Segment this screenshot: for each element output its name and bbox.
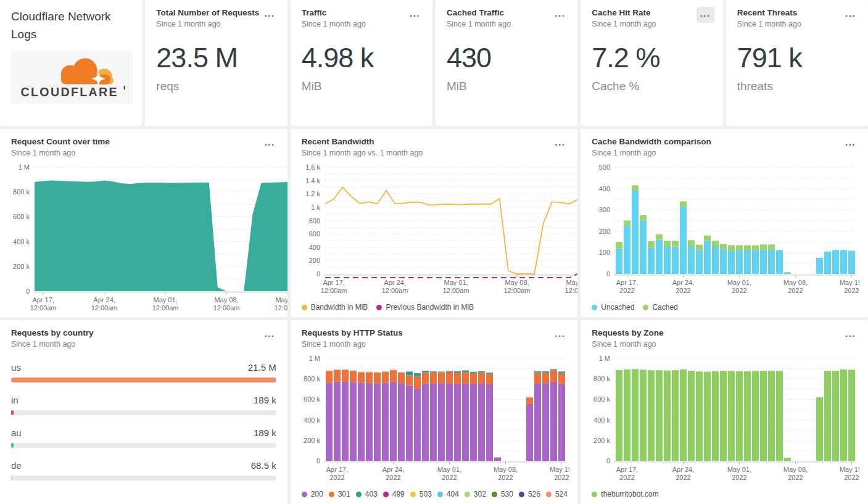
legend-item[interactable]: 200 bbox=[302, 490, 323, 498]
svg-text:1 M: 1 M bbox=[599, 355, 610, 362]
legend-item[interactable]: Bandwidth in MiB bbox=[302, 303, 368, 312]
country-label: in bbox=[11, 395, 19, 405]
svg-text:May 15,: May 15, bbox=[840, 466, 859, 473]
legend-item[interactable]: 526 bbox=[519, 490, 540, 498]
legend-item[interactable]: 499 bbox=[383, 490, 405, 498]
legend-item[interactable]: 530 bbox=[492, 490, 513, 498]
panel-subtitle: Since 1 month ago bbox=[592, 340, 663, 349]
legend-item[interactable]: 404 bbox=[437, 490, 459, 498]
legend-dot bbox=[383, 492, 389, 497]
legend-dot bbox=[519, 492, 524, 497]
panel-title: Requests by country bbox=[11, 328, 94, 337]
country-row: de 68.5 k bbox=[11, 460, 276, 481]
country-label: us bbox=[11, 362, 21, 373]
svg-text:May 01,: May 01, bbox=[727, 466, 751, 473]
panel-menu-button[interactable]: ... bbox=[551, 327, 569, 343]
stat-value: 430 bbox=[447, 42, 566, 74]
panel-menu-button[interactable]: ... bbox=[841, 136, 859, 152]
legend-label: 530 bbox=[501, 490, 513, 498]
legend-dot bbox=[643, 305, 648, 310]
cloudflare-logo: CLOUDFLARE bbox=[11, 51, 133, 104]
country-value: 68.5 k bbox=[251, 460, 276, 471]
legend-item[interactable]: 524 bbox=[546, 490, 568, 498]
svg-text:2022: 2022 bbox=[498, 474, 513, 481]
svg-text:400 k: 400 k bbox=[304, 416, 320, 424]
panel-subtitle: Since 1 month ago bbox=[447, 20, 511, 28]
svg-text:12:00am: 12:00am bbox=[503, 287, 530, 294]
svg-text:12:00am: 12:00am bbox=[442, 287, 469, 294]
svg-text:12:00am: 12:00am bbox=[91, 304, 118, 312]
svg-text:12:00am: 12:00am bbox=[275, 304, 287, 312]
country-bar-fill bbox=[11, 378, 276, 382]
chart-canvas: 02004006008001 k1.2 k1.4 k1.6 kApr 17,12… bbox=[297, 163, 578, 295]
legend-dot bbox=[546, 492, 552, 497]
panel-menu-button[interactable]: ... bbox=[261, 136, 279, 152]
panel-menu-button[interactable]: ... bbox=[696, 7, 714, 23]
svg-text:Apr 24,: Apr 24, bbox=[382, 466, 403, 473]
legend-item[interactable]: 503 bbox=[410, 490, 432, 498]
legend-item[interactable]: 302 bbox=[465, 490, 486, 498]
panel-title: Recent Bandwidth bbox=[302, 137, 423, 146]
svg-text:12:00am: 12:00am bbox=[152, 304, 179, 312]
panel-recent-bandwidth: Recent Bandwidth Since 1 month ago vs. 1… bbox=[291, 129, 578, 317]
panel-menu-button[interactable]: ... bbox=[551, 7, 569, 23]
svg-text:2022: 2022 bbox=[386, 474, 400, 481]
legend-dot bbox=[437, 492, 443, 497]
panel-title: Total Number of Requests bbox=[156, 8, 259, 17]
svg-text:2022: 2022 bbox=[676, 474, 691, 481]
legend-label: 499 bbox=[392, 490, 405, 498]
svg-text:0: 0 bbox=[606, 270, 610, 278]
svg-text:1.4 k: 1.4 k bbox=[305, 177, 320, 184]
panel-subtitle: Since 1 month ago bbox=[592, 20, 656, 28]
stat-value: 7.2 % bbox=[592, 42, 711, 74]
legend-item[interactable]: 403 bbox=[356, 490, 378, 498]
svg-text:200 k: 200 k bbox=[593, 437, 610, 444]
panel-subtitle: Since 1 month ago bbox=[737, 20, 801, 28]
svg-text:May 15,: May 15, bbox=[840, 279, 859, 286]
svg-text:May 01,: May 01, bbox=[444, 279, 468, 286]
svg-text:200: 200 bbox=[308, 257, 320, 264]
legend-item[interactable]: Cached bbox=[643, 303, 677, 312]
svg-text:May 01,: May 01, bbox=[727, 279, 751, 286]
svg-text:12:00am: 12:00am bbox=[213, 304, 240, 312]
legend-item[interactable]: 301 bbox=[329, 490, 350, 498]
svg-text:Apr 17,: Apr 17, bbox=[323, 279, 344, 286]
legend-label: 301 bbox=[338, 490, 350, 498]
legend-item[interactable]: Previous Bandwidth in MiB bbox=[376, 303, 474, 312]
panel-requests-by-zone: Requests by Zone Since 1 month ago ... 0… bbox=[581, 320, 868, 504]
svg-text:800 k: 800 k bbox=[593, 375, 610, 382]
panel-menu-button[interactable]: ... bbox=[261, 7, 279, 23]
legend-dot bbox=[302, 305, 307, 310]
svg-text:Apr 17,: Apr 17, bbox=[32, 296, 54, 304]
svg-text:2022: 2022 bbox=[620, 474, 635, 481]
svg-text:600 k: 600 k bbox=[304, 395, 320, 403]
panel-subtitle: Since 1 month ago vs. 1 month ago bbox=[302, 149, 423, 157]
panel-menu-button[interactable]: ... bbox=[406, 7, 424, 23]
country-bar-track bbox=[11, 476, 276, 481]
cloudflare-logo-image: CLOUDFLARE bbox=[14, 53, 130, 99]
legend-label: 526 bbox=[528, 490, 540, 498]
chart-canvas: 0100200300400500Apr 17,2022Apr 24,2022Ma… bbox=[587, 163, 859, 295]
svg-text:2022: 2022 bbox=[620, 287, 635, 294]
brand-card: Cloudflare Network Logs CLOUDFLARE bbox=[0, 0, 142, 126]
svg-text:800 k: 800 k bbox=[304, 375, 320, 382]
svg-text:Apr 17,: Apr 17, bbox=[616, 279, 638, 286]
stat-unit: Cache % bbox=[592, 80, 711, 93]
legend-label: 524 bbox=[555, 490, 568, 498]
panel-menu-button[interactable]: ... bbox=[261, 327, 279, 343]
svg-text:800: 800 bbox=[308, 217, 320, 225]
legend-label: Uncached bbox=[601, 303, 634, 312]
svg-text:2022: 2022 bbox=[845, 474, 859, 481]
svg-text:1.6 k: 1.6 k bbox=[305, 163, 320, 171]
country-bar-fill bbox=[11, 476, 12, 481]
panel-menu-button[interactable]: ... bbox=[841, 7, 859, 23]
panel-menu-button[interactable]: ... bbox=[841, 327, 859, 343]
panel-menu-button[interactable]: ... bbox=[551, 136, 569, 152]
svg-text:2022: 2022 bbox=[845, 287, 859, 294]
country-label: de bbox=[11, 460, 22, 471]
svg-text:200 k: 200 k bbox=[304, 437, 320, 444]
panel-subtitle: Since 1 month ago bbox=[11, 340, 94, 349]
legend-item[interactable]: theburritobot.com bbox=[592, 490, 658, 498]
panel-title: Cache Bandwidth comparison bbox=[592, 137, 711, 146]
legend-item[interactable]: Uncached bbox=[592, 303, 634, 312]
